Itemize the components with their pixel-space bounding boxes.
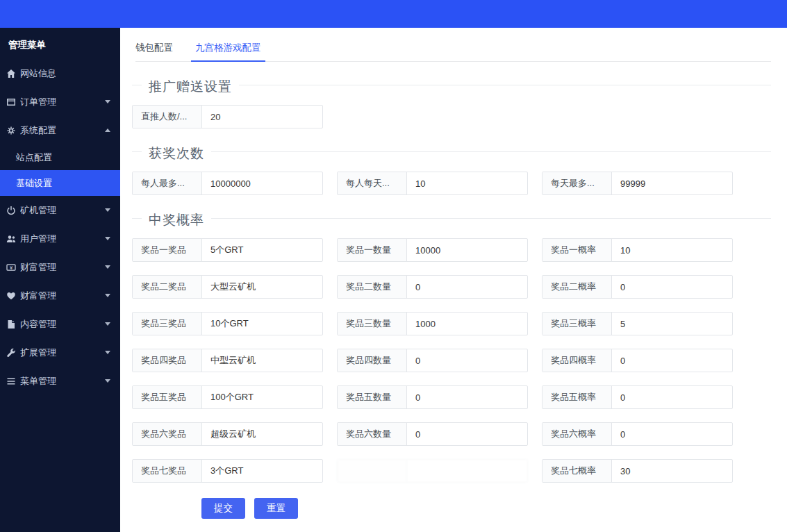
sidebar-item-5[interactable]: 用户管理 — [0, 224, 120, 253]
sidebar-item-4[interactable]: 矿机管理 — [0, 196, 120, 224]
sidebar-subitem-label: 基础设置 — [16, 177, 52, 190]
prize1-item-input[interactable] — [202, 239, 322, 261]
sidebar-item-label: 扩展管理 — [20, 347, 105, 359]
form-area: 推广赠送设置直推人数/...获奖次数每人最多...每人每天...每天最多...中… — [120, 85, 787, 483]
prize5-item-input[interactable] — [202, 386, 322, 408]
max-per-day-label: 每天最多... — [542, 172, 612, 194]
main-content: 钱包配置九宫格游戏配置 推广赠送设置直推人数/...获奖次数每人最多...每人每… — [120, 28, 787, 532]
wrench-icon — [6, 348, 16, 358]
prize4-item-label: 奖品四奖品 — [133, 349, 202, 372]
section-title-text: 推广赠送设置 — [142, 78, 239, 96]
chevron-down-icon — [105, 351, 110, 354]
prize6-item-label: 奖品六奖品 — [133, 423, 202, 445]
sidebar-item-6[interactable]: ¥财富管理 — [0, 253, 120, 281]
max-per-day-input[interactable] — [612, 172, 732, 194]
sidebar-nav: 网站信息订单管理系统配置站点配置基础设置矿机管理用户管理¥财富管理财富管理内容管… — [0, 59, 120, 395]
sidebar-item-label: 网站信息 — [20, 67, 110, 80]
form-row: 奖品三奖品奖品三数量奖品三概率 — [132, 312, 787, 335]
prize2-qty-label: 奖品二数量 — [338, 276, 407, 298]
prize3-qty-input[interactable] — [407, 313, 527, 335]
sidebar-item-2[interactable]: 订单管理 — [0, 88, 120, 116]
document-icon — [6, 319, 16, 329]
prize4-qty-field: 奖品四数量 — [337, 349, 528, 372]
prize2-item-label: 奖品二奖品 — [133, 276, 202, 298]
form-row: 奖品六奖品奖品六数量奖品六概率 — [132, 422, 787, 446]
sidebar-subitem-1[interactable]: 站点配置 — [0, 144, 120, 170]
prize3-prob-label: 奖品三概率 — [542, 313, 612, 335]
prize4-prob-input[interactable] — [612, 349, 732, 372]
prize4-item-input[interactable] — [202, 349, 322, 372]
sidebar-item-7[interactable]: 财富管理 — [0, 281, 120, 310]
direct-referral-count-field: 直推人数/... — [132, 105, 323, 128]
tab-2[interactable]: 九宫格游戏配置 — [195, 42, 261, 61]
max-per-person-input[interactable] — [202, 172, 322, 194]
sidebar-item-label: 矿机管理 — [20, 204, 105, 217]
chevron-up-icon — [105, 128, 110, 132]
prize2-item-input[interactable] — [202, 276, 322, 298]
svg-text:¥: ¥ — [10, 264, 13, 270]
prize3-item-label: 奖品三奖品 — [133, 313, 202, 335]
prize6-prob-field: 奖品六概率 — [542, 422, 733, 446]
prize5-qty-input[interactable] — [407, 386, 527, 408]
chevron-down-icon — [105, 100, 110, 103]
sidebar: 管理菜单 网站信息订单管理系统配置站点配置基础设置矿机管理用户管理¥财富管理财富… — [0, 28, 120, 532]
form-row: 奖品五奖品奖品五数量奖品五概率 — [132, 385, 787, 409]
prize7-prob-input[interactable] — [612, 460, 732, 482]
prize7-item-input[interactable] — [202, 460, 322, 482]
prize4-qty-label: 奖品四数量 — [338, 349, 407, 372]
sidebar-item-1[interactable]: 网站信息 — [0, 59, 120, 88]
section-title-1: 推广赠送设置 — [132, 85, 771, 85]
prize2-prob-input[interactable] — [612, 276, 732, 298]
prize1-prob-label: 奖品一概率 — [542, 239, 612, 261]
section-title-3: 中奖概率 — [132, 218, 771, 219]
topbar — [0, 0, 787, 28]
prize6-prob-input[interactable] — [612, 423, 732, 445]
prize5-prob-field: 奖品五概率 — [542, 385, 733, 409]
section-title-text: 获奖次数 — [142, 144, 211, 163]
tab-1[interactable]: 钱包配置 — [135, 42, 173, 61]
prize7-prob-field: 奖品七概率 — [542, 459, 733, 483]
prize1-prob-input[interactable] — [612, 239, 732, 261]
prize2-prob-field: 奖品二概率 — [542, 275, 733, 299]
prize1-qty-input[interactable] — [407, 239, 527, 261]
prize2-qty-input[interactable] — [407, 276, 527, 298]
prize7-qty-input[interactable] — [407, 460, 527, 482]
sidebar-item-8[interactable]: 内容管理 — [0, 310, 120, 338]
sidebar-item-label: 菜单管理 — [20, 375, 105, 388]
prize5-qty-field: 奖品五数量 — [337, 385, 528, 409]
sidebar-item-3[interactable]: 系统配置 — [0, 116, 120, 144]
per-person-per-day-label: 每人每天... — [338, 172, 407, 194]
heart-icon — [6, 291, 16, 301]
prize6-item-input[interactable] — [202, 423, 322, 445]
sidebar-item-label: 用户管理 — [20, 233, 105, 245]
form-row: 奖品四奖品奖品四数量奖品四概率 — [132, 349, 787, 372]
prize6-qty-input[interactable] — [407, 423, 527, 445]
prize6-item-field: 奖品六奖品 — [132, 422, 323, 446]
chevron-down-icon — [105, 265, 110, 269]
prize5-prob-input[interactable] — [612, 386, 732, 408]
sidebar-item-9[interactable]: 扩展管理 — [0, 338, 120, 367]
sidebar-item-label: 财富管理 — [20, 290, 105, 302]
direct-referral-count-input[interactable] — [202, 106, 322, 128]
users-icon — [6, 234, 16, 244]
prize4-qty-input[interactable] — [407, 349, 527, 372]
sidebar-subitem-2[interactable]: 基础设置 — [0, 170, 120, 196]
prize3-item-input[interactable] — [202, 313, 322, 335]
form-row: 直推人数/... — [132, 105, 787, 128]
prize3-prob-input[interactable] — [612, 313, 732, 335]
prize1-prob-field: 奖品一概率 — [542, 238, 733, 262]
prize2-prob-label: 奖品二概率 — [542, 276, 612, 298]
per-person-per-day-input[interactable] — [407, 172, 527, 194]
sidebar-item-10[interactable]: 菜单管理 — [0, 367, 120, 395]
home-icon — [6, 69, 16, 78]
max-per-day-field: 每天最多... — [542, 172, 733, 195]
sidebar-item-label: 系统配置 — [20, 124, 105, 137]
gears-icon — [6, 126, 16, 135]
direct-referral-count-label: 直推人数/... — [133, 106, 202, 128]
reset-button[interactable]: 重置 — [254, 498, 298, 519]
form-row: 每人最多...每人每天...每天最多... — [132, 172, 787, 195]
prize1-item-label: 奖品一奖品 — [133, 239, 202, 261]
prize6-qty-label: 奖品六数量 — [338, 423, 407, 445]
form-row: 奖品七奖品奖品七概率 — [132, 459, 787, 483]
submit-button[interactable]: 提交 — [201, 498, 245, 519]
